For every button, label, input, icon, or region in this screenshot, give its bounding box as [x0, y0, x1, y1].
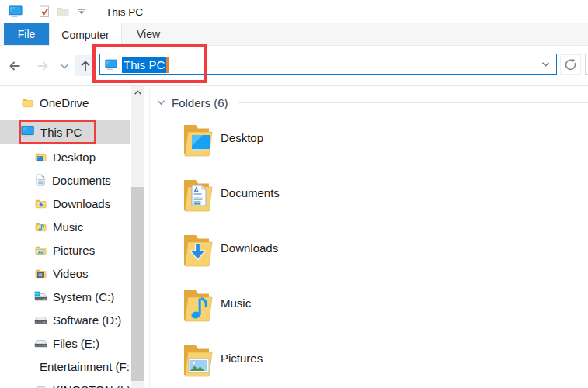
drive-icon [34, 314, 47, 325]
scrollbar-up-button[interactable] [131, 86, 144, 99]
folder-view: Folders (6) Desktop Documents Downloads … [152, 86, 588, 388]
pictures-folder-icon [34, 244, 47, 256]
up-button[interactable] [75, 55, 96, 76]
sidebar-item-files-e[interactable]: Files (E:) [0, 331, 130, 355]
up-arrow-icon [78, 59, 93, 73]
music-folder-icon [34, 221, 47, 233]
folder-icon [21, 97, 34, 109]
sidebar-item-system-c[interactable]: System (C:) [0, 285, 130, 308]
downloads-folder-icon [34, 198, 47, 210]
scrollbar-thumb[interactable] [131, 187, 144, 381]
separator [30, 6, 30, 18]
ribbon-tab-bar: File Computer View [0, 23, 588, 46]
folder-tile-music[interactable]: Music [177, 287, 356, 324]
computer-icon [21, 126, 35, 138]
tab-view[interactable]: View [122, 23, 175, 45]
group-label: Folders (6) [172, 96, 228, 109]
this-pc-icon [6, 2, 25, 21]
sidebar-item-music[interactable]: Music [0, 215, 130, 238]
folder-tile-desktop[interactable]: Desktop [177, 122, 356, 159]
new-folder-icon[interactable] [54, 2, 72, 21]
pane-divider [149, 86, 150, 388]
back-arrow-icon [7, 59, 23, 73]
tab-file[interactable]: File [4, 23, 49, 45]
desktop-tile-icon [177, 122, 214, 159]
folders-group-header[interactable]: Folders (6) [157, 94, 588, 111]
pictures-tile-icon [177, 342, 214, 379]
drive-icon [34, 384, 47, 388]
this-pc-icon [105, 59, 118, 71]
folder-tile-downloads[interactable]: Downloads [177, 232, 356, 269]
title-bar: This PC [0, 0, 588, 23]
sidebar-item-documents[interactable]: Documents [0, 168, 130, 192]
sidebar-item-pictures[interactable]: Pictures [0, 238, 130, 262]
sidebar-item-entertainment-f[interactable]: Entertainment (F:) [0, 355, 130, 378]
chevron-down-icon [60, 63, 69, 70]
sidebar-item-software-d[interactable]: Software (D:) [0, 308, 130, 331]
system-drive-icon [34, 291, 47, 302]
drive-icon [34, 338, 47, 348]
sidebar-item-kingston[interactable]: KINGSTON (I:) [0, 378, 130, 388]
refresh-button[interactable] [560, 54, 581, 75]
document-icon [34, 174, 47, 186]
text-caret [166, 57, 169, 73]
address-bar[interactable]: This PC [99, 54, 557, 75]
sidebar-item-onedrive[interactable]: OneDrive [0, 91, 130, 114]
group-divider-line [238, 102, 588, 103]
downloads-tile-icon [177, 232, 214, 269]
desktop-folder-icon [34, 151, 47, 163]
sidebar-item-this-pc[interactable]: This PC [0, 120, 130, 144]
address-dropdown-icon[interactable] [541, 61, 550, 68]
content-area: OneDrive This PC Desktop Documents Downl… [0, 86, 588, 388]
sidebar-item-downloads[interactable]: Downloads [0, 192, 130, 215]
sidebar-item-desktop[interactable]: Desktop [0, 145, 130, 168]
properties-check-icon[interactable] [35, 2, 54, 21]
address-text-selected[interactable]: This PC [122, 57, 166, 73]
folder-tile-pictures[interactable]: Pictures [177, 342, 356, 379]
file-explorer-window: This PC File Computer View This PC [0, 0, 588, 388]
folder-tile-documents[interactable]: Documents [177, 177, 356, 214]
qat-dropdown-icon[interactable] [72, 2, 91, 21]
tab-computer[interactable]: Computer [49, 23, 122, 47]
forward-arrow-icon [35, 59, 50, 73]
documents-tile-icon [177, 177, 214, 214]
navigation-pane: OneDrive This PC Desktop Documents Downl… [0, 86, 130, 388]
recent-locations-button[interactable] [57, 60, 71, 72]
back-button[interactable] [5, 56, 25, 76]
separator [96, 6, 96, 18]
forward-button[interactable] [33, 56, 53, 76]
videos-folder-icon [34, 268, 47, 279]
search-box-edge [585, 54, 588, 75]
window-title: This PC [106, 6, 143, 18]
music-tile-icon [177, 287, 214, 324]
collapse-chevron-icon [157, 99, 165, 106]
refresh-icon [564, 58, 577, 71]
sidebar-item-videos[interactable]: Videos [0, 262, 130, 285]
navigation-toolbar: This PC [0, 46, 588, 86]
sidebar-scrollbar[interactable] [131, 86, 144, 388]
chevron-up-icon [134, 90, 142, 95]
